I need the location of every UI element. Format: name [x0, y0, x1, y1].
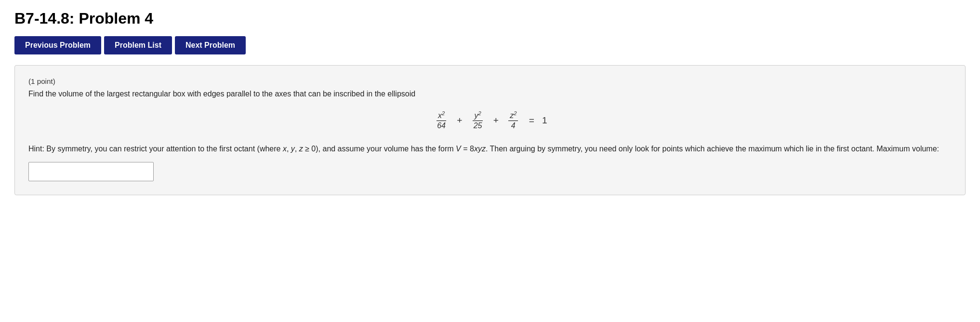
problem-description: Find the volume of the largest rectangul…: [28, 88, 952, 100]
eq-plus-1: +: [457, 115, 462, 126]
answer-input[interactable]: [28, 162, 154, 181]
hint-text: Hint: By symmetry, you can restrict your…: [28, 143, 952, 155]
problem-points: (1 point): [28, 77, 952, 85]
eq-term2-num: y2: [473, 110, 482, 121]
eq-term3-den: 4: [510, 121, 517, 130]
eq-term1-den: 64: [436, 121, 447, 130]
eq-plus-2: +: [493, 115, 499, 126]
eq-term2-den: 25: [472, 121, 484, 130]
equation-display: x2 64 + y2 25 + z2 4 = 1: [28, 110, 952, 130]
eq-term3-num: z2: [508, 110, 518, 121]
eq-term1-num: x2: [437, 110, 446, 121]
eq-rhs: 1: [542, 115, 547, 126]
next-problem-button[interactable]: Next Problem: [175, 36, 246, 54]
nav-buttons: Previous Problem Problem List Next Probl…: [14, 36, 966, 54]
problem-box: (1 point) Find the volume of the largest…: [14, 65, 966, 195]
eq-equals: =: [529, 115, 534, 126]
problem-list-button[interactable]: Problem List: [104, 36, 172, 54]
page-title: B7-14.8: Problem 4: [14, 10, 966, 27]
previous-problem-button[interactable]: Previous Problem: [14, 36, 101, 54]
